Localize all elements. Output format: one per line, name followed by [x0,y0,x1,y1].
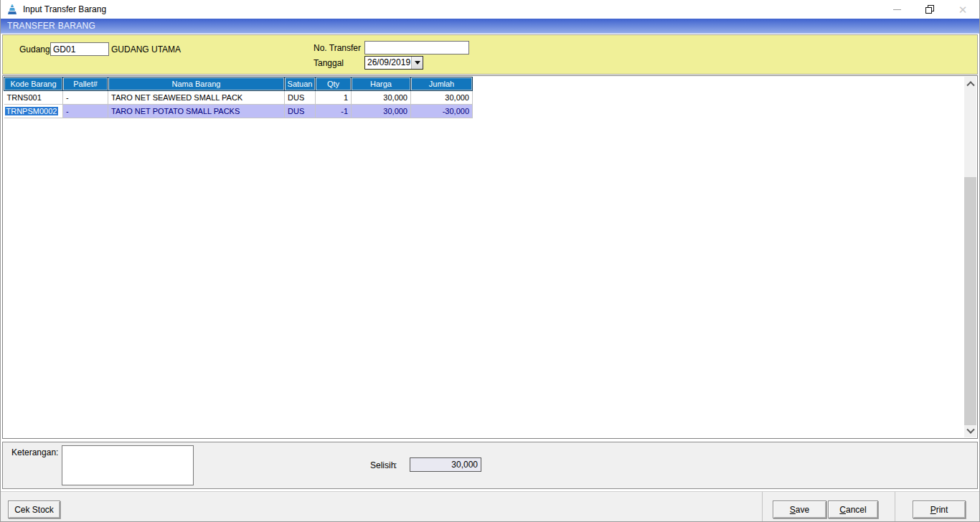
form-header-panel: Gudang GUDANG UTAMA No. Transfer Tanggal… [2,34,978,75]
cancel-button[interactable]: Cancel [828,500,878,518]
column-header-qty: Qty [316,77,352,91]
form-caption-bar: TRANSFER BARANG [1,19,979,34]
column-header-jumlah: Jumlah [411,77,473,91]
selected-cell-text: TRNPSM0002 [5,107,59,115]
cell-jumlah[interactable]: 30,000 [411,91,473,105]
cell-harga[interactable]: 30,000 [352,105,411,118]
cell-satuan[interactable]: DUS [285,91,316,105]
cell-qty[interactable]: -1 [316,105,352,118]
divider [762,492,763,521]
divider [895,492,895,521]
tanggal-value: 26/09/2019 [365,57,411,69]
selisih-colon: : [395,460,397,470]
table-row: TRNS001 - TARO NET SEAWEED SMALL PACK DU… [4,91,473,105]
cell-qty[interactable]: 1 [316,91,352,105]
column-header-nama-barang: Nama Barang [108,77,285,91]
column-header-pallet: Pallet# [63,77,108,91]
titlebar: Input Transfer Barang ✕ [1,0,979,19]
gudang-label: Gudang [19,44,50,54]
gudang-code-input[interactable] [50,42,109,56]
tanggal-date-picker[interactable]: 26/09/2019 [364,56,423,70]
chevron-down-icon [966,425,974,433]
cell-kode-barang[interactable]: TRNS001 [4,91,63,105]
column-header-harga: Harga [352,77,411,91]
tanggal-label: Tanggal [314,58,344,68]
button-bar: Cek Stock Save Cancel Print [1,491,979,521]
keterangan-label: Keterangan: [11,447,58,457]
cell-pallet[interactable]: - [63,105,108,118]
close-button[interactable]: ✕ [946,0,979,19]
keterangan-textarea[interactable] [62,445,194,485]
scrollbar-up-button[interactable] [964,77,976,89]
column-header-kode-barang: Kode Barang [4,77,63,91]
restore-button[interactable] [913,0,946,19]
table-row-selected: TRNPSM0002 - TARO NET POTATO SMALL PACKS… [4,105,473,118]
vertical-scrollbar[interactable] [964,77,976,437]
cell-nama-barang[interactable]: TARO NET SEAWEED SMALL PACK [108,91,285,105]
items-grid-panel: Kode Barang Pallet# Nama Barang Satuan Q… [2,75,978,439]
print-button[interactable]: Print [913,500,966,518]
window-title: Input Transfer Barang [23,4,106,14]
minimize-icon [893,9,901,10]
minimize-button[interactable] [880,0,913,19]
grid-header-row: Kode Barang Pallet# Nama Barang Satuan Q… [4,77,473,91]
gudang-name-label: GUDANG UTAMA [111,44,181,54]
save-button[interactable]: Save [773,500,826,518]
selisih-value-box: 30,000 [410,457,481,472]
chevron-down-icon [415,61,420,65]
no-transfer-label: No. Transfer [314,43,361,53]
app-window: Input Transfer Barang ✕ TRANSFER BARANG … [0,0,980,522]
no-transfer-input[interactable] [364,41,469,54]
restore-icon [925,5,934,14]
tanggal-dropdown-button[interactable] [411,57,423,69]
app-icon [6,4,18,15]
keterangan-panel: Keterangan: Selisih : 30,000 [2,442,978,489]
cell-jumlah[interactable]: -30,000 [411,105,473,118]
scrollbar-thumb[interactable] [964,177,976,425]
cell-kode-barang-editor[interactable]: TRNPSM0002 [4,105,63,118]
scrollbar-down-button[interactable] [964,425,976,437]
selisih-label: Selisih [370,460,395,470]
cell-nama-barang[interactable]: TARO NET POTATO SMALL PACKS [108,105,285,118]
form-caption-title: TRANSFER BARANG [1,21,95,31]
cell-satuan[interactable]: DUS [285,105,316,118]
cell-pallet[interactable]: - [63,91,108,105]
items-grid: Kode Barang Pallet# Nama Barang Satuan Q… [4,77,473,118]
close-icon: ✕ [958,4,968,15]
column-header-satuan: Satuan [285,77,316,91]
cell-harga[interactable]: 30,000 [352,91,411,105]
cek-stock-button[interactable]: Cek Stock [8,500,60,518]
chevron-up-icon [966,81,974,89]
